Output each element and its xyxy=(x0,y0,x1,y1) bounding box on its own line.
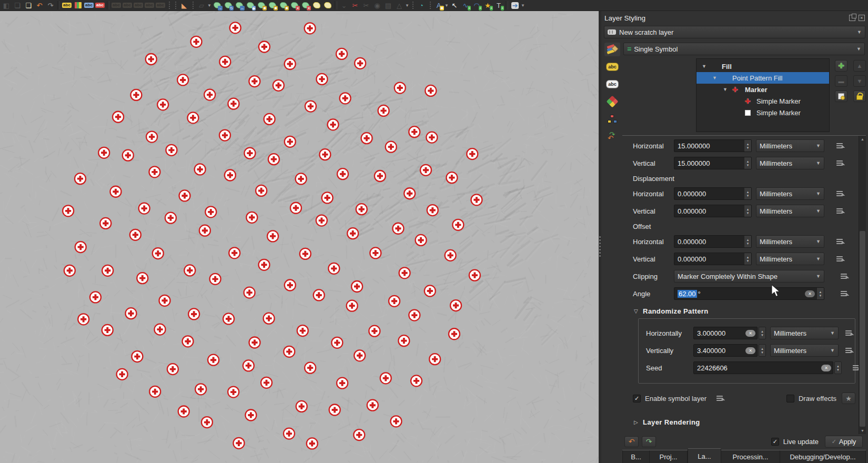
spinner[interactable]: ▲▼ xyxy=(744,140,751,152)
angle-input[interactable]: 62.00° ✕ ▲▼ xyxy=(674,287,824,300)
add-part-icon[interactable]: ✱ xyxy=(267,1,278,11)
randomize-vertically-input[interactable]: 3.400000 ✕ xyxy=(693,344,758,357)
panel-splitter[interactable] xyxy=(599,11,601,463)
fill-ring-icon[interactable]: ✱ xyxy=(278,1,289,11)
edit-annotation-icon[interactable]: ↖ xyxy=(449,1,460,11)
add-ring-icon[interactable]: ✱ xyxy=(256,1,267,11)
draw-effects-checkbox[interactable] xyxy=(786,395,794,402)
apply-button[interactable]: ✓ Apply xyxy=(825,436,863,448)
data-defined-override-button[interactable] xyxy=(714,395,726,401)
clear-value-icon[interactable]: ✕ xyxy=(745,330,755,337)
offset-horizontal-input[interactable]: 0.000000 ▲▼ xyxy=(674,235,752,248)
data-defined-override-button[interactable] xyxy=(834,238,846,245)
data-defined-override-button[interactable] xyxy=(834,143,846,149)
set-square-icon[interactable]: ◣ xyxy=(179,1,189,11)
randomize-vertically-unit-select[interactable]: Millimeters▼ xyxy=(770,344,839,357)
tree-item-fill[interactable]: ▼ Fill xyxy=(697,61,829,72)
tab-layer-styling[interactable]: La... xyxy=(688,448,721,463)
float-panel-icon[interactable] xyxy=(849,15,855,21)
tree-item-point-pattern-fill[interactable]: ▼ Point Pattern Fill xyxy=(697,72,829,84)
temporal-controller-icon[interactable]: ◔ xyxy=(416,1,427,11)
dropdown-caret-icon[interactable]: ▼ xyxy=(405,3,409,8)
move-feature-icon[interactable]: → xyxy=(212,1,223,11)
annotation-toolbar-icon[interactable]: A✱ xyxy=(433,1,444,11)
redo-button[interactable]: ↷ xyxy=(642,436,656,447)
data-defined-override-button[interactable] xyxy=(834,208,846,214)
tab-browser[interactable]: B... xyxy=(622,450,650,463)
redo-icon[interactable]: ↷ xyxy=(45,1,56,11)
displacement-horizontal-input[interactable]: 0.000000 ▲▼ xyxy=(674,187,752,200)
undo-icon[interactable]: ↶ xyxy=(34,1,45,11)
undo-button[interactable]: ↶ xyxy=(624,436,639,447)
expand-arrow-icon[interactable]: ▼ xyxy=(702,64,706,69)
spinner[interactable]: ▲▼ xyxy=(759,344,766,357)
clear-value-icon[interactable]: ✕ xyxy=(745,347,755,354)
enable-symbol-layer-checkbox[interactable]: ✓ xyxy=(633,395,641,402)
displacement-vertical-unit-select[interactable]: Millimeters▼ xyxy=(756,205,824,217)
layer-rendering-header[interactable]: ▷ Layer Rendering xyxy=(634,418,855,426)
diagrams-tab-icon[interactable] xyxy=(604,112,620,126)
tree-item-simple-marker-1[interactable]: ✚ Simple Marker xyxy=(697,95,829,107)
history-tab-icon[interactable]: ↷↶ xyxy=(604,129,620,143)
live-update-checkbox[interactable]: ✓ xyxy=(771,438,779,446)
distance-horizontal-unit-select[interactable]: Millimeters▼ xyxy=(756,139,824,152)
duplicate-symbol-layer-button[interactable] xyxy=(835,90,847,102)
distance-vertical-input[interactable]: 15.000000 ▲▼ xyxy=(674,157,752,169)
distance-vertical-unit-select[interactable]: Millimeters▼ xyxy=(756,157,824,169)
data-defined-override-button[interactable] xyxy=(834,160,846,166)
line-annotation-icon[interactable]: ∿+ xyxy=(460,1,471,11)
text-annotation-icon[interactable]: T+ xyxy=(493,1,504,11)
clear-value-icon[interactable]: ✕ xyxy=(805,290,815,297)
tree-item-simple-marker-2[interactable]: Simple Marker xyxy=(697,107,829,118)
layer-selector[interactable]: New scratch layer ▼ xyxy=(604,26,865,38)
map-canvas[interactable] xyxy=(0,11,599,462)
spinner[interactable]: ▲▼ xyxy=(834,361,842,374)
add-symbol-layer-button[interactable]: ✚ xyxy=(835,60,847,72)
scale-feature-icon[interactable]: ↔ xyxy=(234,1,245,11)
split-features-icon[interactable]: ✂ xyxy=(350,1,360,11)
clear-value-icon[interactable]: ✕ xyxy=(821,365,831,371)
randomize-horizontally-input[interactable]: 3.000000 ✕ xyxy=(693,327,758,339)
delete-part-icon[interactable]: ✕ xyxy=(300,1,311,11)
layer-labeling-options-icon[interactable]: abc xyxy=(62,1,72,11)
offset-curve-icon[interactable] xyxy=(311,1,322,11)
tab-project[interactable]: Proj... xyxy=(650,450,688,463)
offset-vertical-input[interactable]: 0.000000 ▲▼ xyxy=(674,253,752,265)
map-tips-icon[interactable]: ➔ xyxy=(510,1,520,11)
dropdown-caret-icon[interactable]: ▼ xyxy=(521,3,525,8)
data-defined-override-button[interactable] xyxy=(838,273,851,279)
tree-item-marker[interactable]: ▼ ✚ Marker xyxy=(697,84,829,95)
displacement-horizontal-unit-select[interactable]: Millimeters▼ xyxy=(756,187,824,200)
symbology-tab-icon[interactable] xyxy=(604,43,620,56)
spinner[interactable]: ▲▼ xyxy=(744,205,751,217)
offset-vertical-unit-select[interactable]: Millimeters▼ xyxy=(756,253,824,265)
data-defined-override-button[interactable] xyxy=(843,330,855,336)
data-defined-override-button[interactable] xyxy=(843,347,855,354)
scrollbar-thumb[interactable] xyxy=(860,231,865,427)
polygon-annotation-icon[interactable]: ◠+ xyxy=(471,1,482,11)
dropdown-caret-icon[interactable]: ▼ xyxy=(207,3,211,8)
marker-annotation-icon[interactable]: ★+ xyxy=(482,1,493,11)
randomize-pattern-header[interactable]: ▽ Randomize Pattern xyxy=(634,307,855,315)
data-defined-override-button[interactable] xyxy=(838,290,851,297)
properties-scrollbar[interactable]: ▲ ▼ xyxy=(859,136,866,434)
dropdown-caret-icon[interactable]: ▼ xyxy=(445,3,449,8)
offset-horizontal-unit-select[interactable]: Millimeters▼ xyxy=(756,235,824,248)
spinner[interactable]: ▲▼ xyxy=(744,188,751,199)
tab-debugging[interactable]: Debugging/Develop... xyxy=(780,450,866,463)
spinner[interactable]: ▲▼ xyxy=(744,253,751,265)
customize-effects-button[interactable]: ★ xyxy=(842,392,855,404)
randomize-seed-input[interactable]: 22426606 ✕ xyxy=(693,361,833,374)
lock-colors-button[interactable] xyxy=(853,90,866,102)
layer-diagram-options-icon[interactable] xyxy=(73,1,83,11)
displacement-vertical-input[interactable]: 0.000000 ▲▼ xyxy=(674,205,752,217)
rotate-feature-icon[interactable]: ↻ xyxy=(223,1,234,11)
spinner[interactable]: ▲▼ xyxy=(759,327,766,339)
highlight-pinned-labels-icon[interactable]: abc xyxy=(95,1,105,11)
view-3d-tab-icon[interactable] xyxy=(604,95,620,108)
labels-tab-icon[interactable]: abc xyxy=(604,60,620,74)
pin-labels-icon[interactable]: abc xyxy=(84,1,94,11)
tab-processing[interactable]: Processin... xyxy=(721,450,780,463)
masks-tab-icon[interactable]: abc xyxy=(604,77,620,91)
paste-style-icon[interactable]: ❏ xyxy=(23,1,34,11)
